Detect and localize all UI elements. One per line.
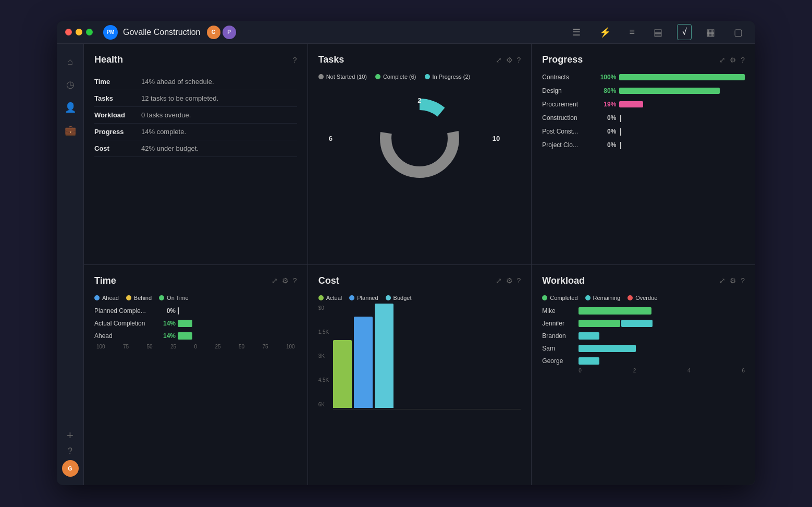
legend-dot-not-started bbox=[318, 74, 324, 79]
workload-header: Workload ⤢ ⚙ ? bbox=[542, 275, 745, 286]
tasks-help-icon[interactable]: ? bbox=[517, 56, 521, 64]
progress-bar-procurement bbox=[619, 101, 745, 107]
workload-bars-sam bbox=[579, 345, 745, 352]
time-label-behind: Behind bbox=[134, 295, 152, 301]
workload-legend-remaining: Remaining bbox=[585, 295, 621, 301]
main-layout: ⌂ ◷ 👤 💼 + ? G Health ? Time bbox=[57, 44, 755, 485]
time-help-icon[interactable]: ? bbox=[293, 276, 297, 285]
tasks-legend: Not Started (10) Complete (6) In Progres… bbox=[318, 74, 521, 80]
user-avatars: G P bbox=[207, 26, 236, 39]
progress-name-design: Design bbox=[542, 87, 594, 94]
toolbar-list[interactable]: ▤ bbox=[649, 25, 667, 40]
cost-help-icon[interactable]: ? bbox=[517, 276, 521, 285]
progress-row-construction: Construction 0% bbox=[542, 114, 745, 122]
workload-row-sam: Sam bbox=[542, 345, 745, 352]
cost-bar-group-1 bbox=[333, 304, 393, 408]
time-dot-ontime bbox=[159, 295, 164, 300]
health-label-progress: Progress bbox=[94, 128, 141, 136]
workload-bars-mike bbox=[579, 307, 745, 315]
time-row-ahead: Ahead 14% bbox=[94, 332, 297, 340]
minimize-button[interactable] bbox=[76, 29, 82, 35]
toolbar-calendar[interactable]: ▦ bbox=[702, 25, 719, 40]
project-title: Govalle Construction bbox=[123, 28, 201, 37]
workload-settings-icon[interactable]: ⚙ bbox=[730, 276, 736, 285]
donut-chart bbox=[375, 94, 464, 183]
sidebar-time[interactable]: ◷ bbox=[61, 75, 80, 94]
workload-row-george: George bbox=[542, 357, 745, 365]
sidebar-help[interactable]: ? bbox=[68, 446, 72, 456]
toolbar-chart[interactable]: ⚡ bbox=[595, 25, 615, 40]
health-row-time: Time 14% ahead of schedule. bbox=[94, 74, 297, 90]
health-label-time: Time bbox=[94, 78, 141, 86]
tasks-expand-icon[interactable]: ⤢ bbox=[496, 56, 502, 64]
health-help-icon[interactable]: ? bbox=[293, 56, 297, 64]
sidebar-portfolio[interactable]: 💼 bbox=[61, 121, 80, 140]
sidebar-people[interactable]: 👤 bbox=[61, 98, 80, 117]
progress-settings-icon[interactable]: ⚙ bbox=[730, 56, 736, 64]
progress-fill-design bbox=[619, 88, 720, 94]
health-value-cost: 42% under budget. bbox=[141, 144, 199, 152]
workload-help-icon[interactable]: ? bbox=[741, 276, 745, 285]
cost-label-actual: Actual bbox=[326, 295, 342, 301]
time-settings-icon[interactable]: ⚙ bbox=[282, 276, 289, 285]
cost-expand-icon[interactable]: ⤢ bbox=[496, 276, 502, 285]
tasks-settings-icon[interactable]: ⚙ bbox=[506, 56, 513, 64]
health-value-progress: 14% complete. bbox=[141, 128, 186, 136]
close-button[interactable] bbox=[65, 29, 72, 35]
health-header: Health ? bbox=[94, 54, 297, 65]
legend-dot-complete bbox=[375, 74, 380, 79]
workload-legend: Completed Remaining Overdue bbox=[542, 295, 745, 301]
workload-dot-overdue bbox=[628, 295, 633, 300]
progress-name-project-close: Project Clo... bbox=[542, 141, 594, 149]
toolbar-document[interactable]: ▢ bbox=[730, 25, 747, 40]
time-dot-behind bbox=[126, 295, 131, 300]
avatar-g[interactable]: G bbox=[207, 26, 220, 39]
tasks-header: Tasks ⤢ ⚙ ? bbox=[318, 54, 521, 65]
progress-pct-design: 80% bbox=[594, 87, 616, 94]
time-row-planned: Planned Comple... 0% bbox=[94, 307, 297, 315]
toolbar-filter[interactable]: ≡ bbox=[625, 25, 639, 40]
workload-label-completed: Completed bbox=[550, 295, 577, 301]
workload-expand-icon[interactable]: ⤢ bbox=[719, 276, 725, 285]
progress-name-construction: Construction bbox=[542, 114, 594, 122]
cost-legend-budget: Budget bbox=[386, 295, 412, 301]
health-value-time: 14% ahead of schedule. bbox=[141, 78, 214, 86]
maximize-button[interactable] bbox=[86, 29, 93, 35]
time-label-ontime: On Time bbox=[167, 295, 189, 301]
sidebar-add[interactable]: + bbox=[67, 429, 73, 442]
traffic-lights bbox=[65, 29, 93, 35]
toolbar-icons: ☰ ⚡ ≡ ▤ √ ▦ ▢ bbox=[568, 24, 747, 40]
sidebar-home[interactable]: ⌂ bbox=[61, 52, 80, 71]
toolbar-hamburger[interactable]: ☰ bbox=[568, 25, 585, 40]
time-label-ahead-row: Ahead bbox=[94, 332, 157, 340]
cost-settings-icon[interactable]: ⚙ bbox=[506, 276, 513, 285]
progress-help-icon[interactable]: ? bbox=[741, 56, 745, 64]
workload-bars-george bbox=[579, 357, 745, 365]
sidebar-user-avatar[interactable]: G bbox=[62, 460, 79, 477]
workload-bar-brandon-remaining bbox=[579, 332, 599, 340]
health-panel: Health ? Time 14% ahead of schedule. Tas… bbox=[84, 44, 307, 264]
progress-pct-construction: 0% bbox=[594, 114, 616, 122]
toolbar-analytics[interactable]: √ bbox=[677, 24, 692, 40]
time-label-ahead: Ahead bbox=[102, 295, 119, 301]
workload-dot-remaining bbox=[585, 295, 590, 300]
workload-name-george: George bbox=[542, 357, 579, 365]
legend-dot-in-progress bbox=[425, 74, 430, 79]
time-expand-icon[interactable]: ⤢ bbox=[272, 276, 278, 285]
sidebar: ⌂ ◷ 👤 💼 + ? G bbox=[57, 44, 84, 485]
cost-chart-area: 6K 4.5K 3K 1.5K $0 bbox=[318, 305, 521, 409]
health-row-tasks: Tasks 12 tasks to be completed. bbox=[94, 90, 297, 107]
donut-label-left: 6 bbox=[329, 135, 333, 142]
time-header: Time ⤢ ⚙ ? bbox=[94, 275, 297, 286]
avatar-p[interactable]: P bbox=[223, 26, 236, 39]
legend-label-complete: Complete (6) bbox=[383, 74, 416, 80]
health-value-workload: 0 tasks overdue. bbox=[141, 111, 191, 119]
progress-row-project-close: Project Clo... 0% bbox=[542, 141, 745, 149]
cost-header: Cost ⤢ ⚙ ? bbox=[318, 275, 521, 286]
progress-expand-icon[interactable]: ⤢ bbox=[719, 56, 725, 64]
workload-label-remaining: Remaining bbox=[593, 295, 621, 301]
workload-row-mike: Mike bbox=[542, 307, 745, 315]
legend-not-started: Not Started (10) bbox=[318, 74, 367, 80]
workload-legend-completed: Completed bbox=[542, 295, 577, 301]
time-bar-actual bbox=[178, 320, 192, 327]
